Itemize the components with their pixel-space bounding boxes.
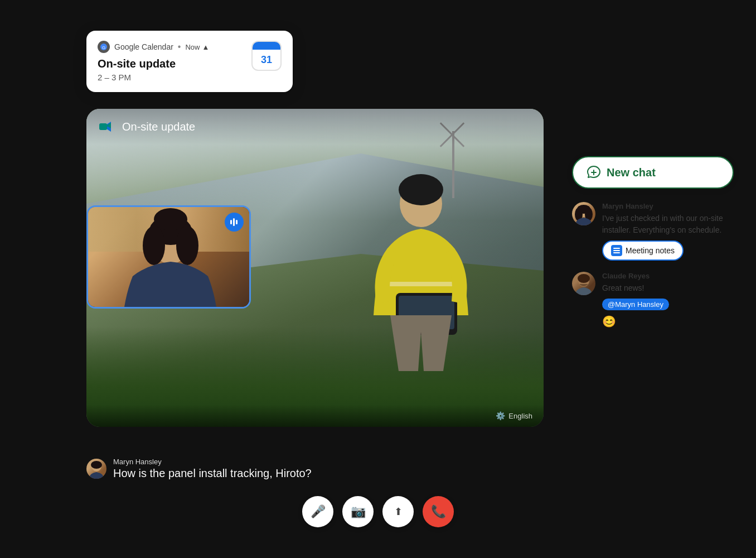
claude-sender-name: Claude Reyes xyxy=(602,272,669,280)
calendar-day: 31 xyxy=(253,50,280,70)
share-icon: ⬆ xyxy=(394,506,403,518)
maryn-message-text: I've just checked in with our on-site in… xyxy=(602,213,734,236)
notification-content: G Google Calendar • Now ▲ On-site update… xyxy=(98,41,209,82)
google-meet-logo xyxy=(98,118,115,136)
mic-button[interactable]: 🎤 xyxy=(302,496,333,527)
svg-point-13 xyxy=(154,208,187,230)
new-chat-label: New chat xyxy=(607,166,656,179)
chat-message-1: Maryn Hansley I've just checked in with … xyxy=(572,202,734,261)
control-bar: 🎤 📷 ⬆ 📞 xyxy=(0,496,756,527)
chat-message-2: Claude Reyes Great news! @Maryn Hansley … xyxy=(572,272,734,328)
video-call-title: On-site update xyxy=(122,121,195,133)
notification-time-range: 2 – 3 PM xyxy=(98,73,209,82)
calendar-icon: 31 xyxy=(251,41,282,71)
meet-header: On-site update xyxy=(86,109,544,145)
new-chat-button[interactable]: New chat xyxy=(572,156,734,189)
svg-point-3 xyxy=(399,174,443,205)
svg-point-18 xyxy=(91,461,102,469)
notification-header: G Google Calendar • Now ▲ xyxy=(98,41,209,53)
notification-title: On-site update xyxy=(98,57,209,70)
notification-app-name: Google Calendar xyxy=(114,42,173,51)
caption-info: Maryn Hansley How is the panel install t… xyxy=(113,458,312,480)
svg-rect-14 xyxy=(230,220,232,224)
person-silhouette xyxy=(343,159,499,393)
camera-button[interactable]: 📷 xyxy=(342,496,374,527)
audio-wave-icon xyxy=(229,217,239,227)
svg-point-12 xyxy=(176,226,198,265)
gear-icon: ⚙️ xyxy=(496,411,505,420)
claude-message-content: Claude Reyes Great news! @Maryn Hansley … xyxy=(602,272,669,328)
end-call-button[interactable]: 📞 xyxy=(423,496,454,527)
mic-icon: 🎤 xyxy=(311,504,326,519)
audio-indicator xyxy=(225,213,244,232)
maryn-sender-name: Maryn Hansley xyxy=(602,202,734,210)
camera-icon: 📷 xyxy=(351,504,366,519)
caption-speaker-avatar xyxy=(86,459,106,479)
mention-chip: @Maryn Hansley xyxy=(602,299,669,310)
svg-rect-16 xyxy=(236,220,238,224)
end-call-icon: 📞 xyxy=(431,504,446,519)
language-indicator[interactable]: ⚙️ English xyxy=(496,411,532,420)
reaction-emoji: 😊 xyxy=(602,315,669,328)
svg-text:G: G xyxy=(102,45,105,50)
video-bottom-bar: ⚙️ English xyxy=(86,405,544,427)
share-button[interactable]: ⬆ xyxy=(382,496,414,527)
mention-text: @Maryn Hansley xyxy=(608,300,663,309)
notification-card: G Google Calendar • Now ▲ On-site update… xyxy=(86,31,293,92)
maryn-avatar xyxy=(572,202,595,225)
maryn-message-content: Maryn Hansley I've just checked in with … xyxy=(602,202,734,261)
svg-rect-8 xyxy=(99,123,107,130)
claude-message-text: Great news! xyxy=(602,282,669,294)
caption-text: How is the panel install tracking, Hirot… xyxy=(113,467,312,480)
notification-time: Now ▲ xyxy=(185,43,209,51)
self-view-pip xyxy=(86,205,251,309)
svg-point-11 xyxy=(143,226,165,265)
gcal-icon: G xyxy=(98,41,110,53)
new-chat-icon xyxy=(587,165,601,180)
svg-rect-4 xyxy=(385,282,457,286)
claude-avatar xyxy=(572,272,595,295)
caption-bar: Maryn Hansley How is the panel install t… xyxy=(86,458,539,480)
meeting-notes-chip[interactable]: Meeting notes xyxy=(602,240,684,261)
chat-panel: New chat Maryn Hansley I've just checked… xyxy=(572,156,734,339)
notes-icon xyxy=(611,245,622,256)
svg-point-26 xyxy=(578,274,590,283)
caption-speaker-name: Maryn Hansley xyxy=(113,458,312,466)
meeting-notes-label: Meeting notes xyxy=(626,246,675,255)
svg-rect-15 xyxy=(233,218,235,226)
